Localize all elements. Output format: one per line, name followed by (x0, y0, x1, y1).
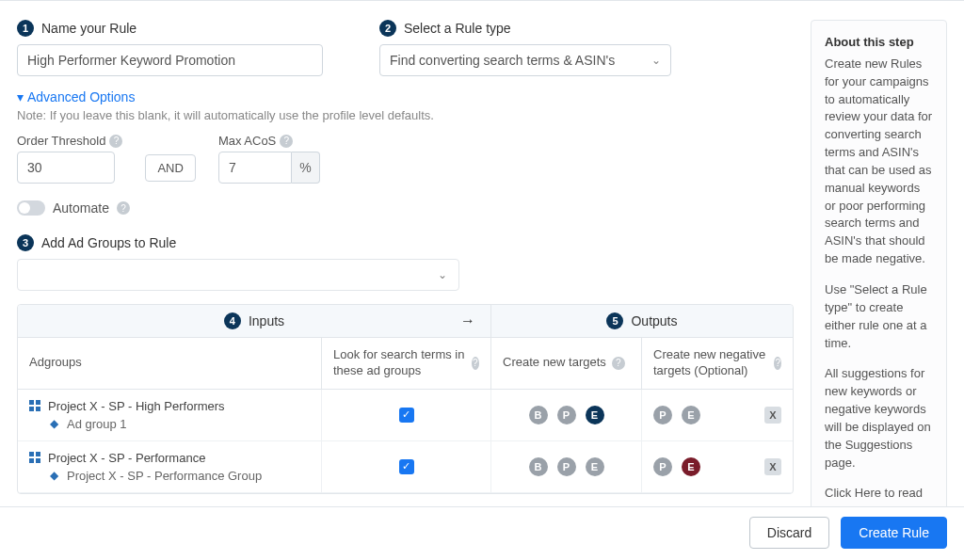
io-table: 4 Inputs → 5 Outputs Adgroups Look for s… (17, 304, 794, 494)
target-e-pill[interactable]: E (586, 457, 604, 476)
inputs-badge: 4 (224, 312, 241, 329)
advanced-note: Note: If you leave this blank, it will a… (17, 108, 794, 122)
step3-head: 3 Add Ad Groups to Rule (17, 234, 794, 251)
help-icon[interactable]: ? (109, 135, 122, 148)
outputs-badge: 5 (606, 312, 623, 329)
order-threshold-input[interactable] (17, 152, 115, 184)
chevron-down-icon: ⌄ (651, 54, 661, 67)
col-look: Look for search terms in these ad groups… (321, 338, 490, 389)
automate-label: Automate (53, 200, 109, 216)
advanced-options-toggle[interactable]: ▾ Advanced Options (17, 89, 794, 104)
help-icon[interactable]: ? (117, 201, 130, 215)
outputs-header: 5 Outputs (490, 305, 793, 337)
target-p-pill[interactable]: P (557, 457, 576, 476)
neg-p-pill[interactable]: P (653, 457, 672, 476)
rule-name-input[interactable] (17, 44, 323, 76)
target-p-pill[interactable]: P (557, 406, 576, 424)
col-neg: Create new negative targets (Optional) ? (641, 338, 793, 389)
step2-badge: 2 (379, 20, 396, 37)
rule-type-value: Find converting search terms & ASIN's (390, 53, 615, 68)
max-acos-input[interactable] (218, 152, 292, 184)
look-checkbox[interactable]: ✓ (399, 459, 414, 474)
caret-down-icon: ▾ (17, 89, 24, 104)
and-chip: AND (145, 154, 195, 182)
adgroup-icon: ◆ (48, 469, 59, 482)
step2-head: 2 Select a Rule type (379, 20, 671, 37)
rule-type-select[interactable]: Find converting search terms & ASIN's ⌄ (379, 44, 671, 76)
neg-p-pill[interactable]: P (653, 406, 672, 424)
campaign-name: Project X - SP - Performance (48, 451, 205, 465)
footer: Discard Create Rule (0, 506, 964, 560)
about-title: About this step (825, 34, 933, 52)
step3-badge: 3 (17, 234, 34, 251)
inputs-header: 4 Inputs → (18, 305, 490, 337)
order-threshold-label: Order Threshold ? (17, 134, 122, 148)
help-icon[interactable]: ? (774, 357, 781, 370)
step2-title: Select a Rule type (404, 21, 511, 36)
table-row: Project X - SP - High Performers ◆Ad gro… (18, 390, 793, 441)
about-p3: All suggestions for new keywords or nega… (825, 365, 933, 472)
target-b-pill[interactable]: B (529, 457, 548, 476)
discard-button[interactable]: Discard (749, 517, 829, 549)
step1-title: Name your Rule (41, 21, 137, 36)
adgroup-name: Ad group 1 (67, 417, 127, 431)
table-row: Project X - SP - Performance ◆Project X … (18, 441, 793, 493)
col-targets: Create new targets ? (490, 338, 641, 389)
col-adgroups: Adgroups (18, 338, 321, 389)
arrow-right-icon: → (460, 312, 485, 329)
about-sidebar: About this step Create new Rules for you… (811, 20, 947, 548)
step1-badge: 1 (17, 20, 34, 37)
automate-toggle[interactable] (17, 200, 45, 216)
remove-row-button[interactable]: X (764, 458, 781, 475)
max-acos-label: Max ACoS ? (218, 134, 320, 148)
create-rule-button[interactable]: Create Rule (841, 517, 947, 549)
adgroup-select[interactable]: ⌄ (17, 259, 459, 291)
chevron-down-icon: ⌄ (438, 268, 447, 281)
percent-suffix: % (292, 152, 320, 184)
campaign-icon (29, 400, 40, 411)
neg-e-pill[interactable]: E (682, 406, 700, 424)
about-p2: Use "Select a Rule type" to create eithe… (825, 281, 933, 352)
advanced-options-label: Advanced Options (27, 89, 135, 104)
about-p1: Create new Rules for your campaigns to a… (825, 56, 933, 268)
remove-row-button[interactable]: X (764, 407, 781, 424)
campaign-icon (29, 452, 40, 463)
campaign-name: Project X - SP - High Performers (48, 399, 225, 413)
help-icon[interactable]: ? (280, 135, 293, 148)
adgroup-name: Project X - SP - Performance Group (67, 469, 262, 483)
target-b-pill[interactable]: B (529, 406, 548, 424)
step3-title: Add Ad Groups to Rule (41, 235, 176, 250)
target-e-pill[interactable]: E (586, 406, 604, 424)
adgroup-icon: ◆ (48, 417, 59, 430)
help-icon[interactable]: ? (612, 357, 625, 370)
help-icon[interactable]: ? (472, 357, 479, 370)
step1-head: 1 Name your Rule (17, 20, 323, 37)
neg-e-pill[interactable]: E (682, 457, 700, 476)
look-checkbox[interactable]: ✓ (399, 408, 414, 423)
